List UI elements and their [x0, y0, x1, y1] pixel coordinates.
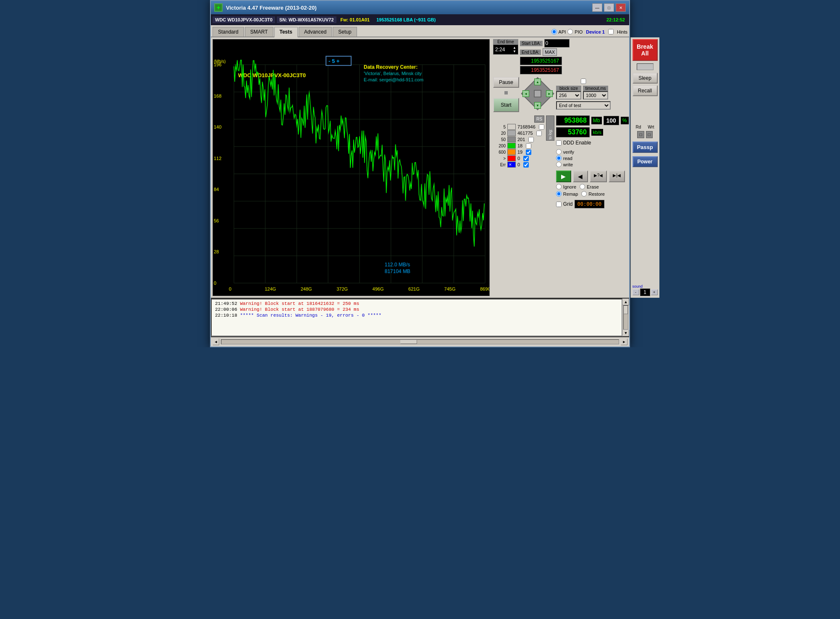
passp-button[interactable]: Passp [633, 142, 658, 153]
maximize-button[interactable]: □ [604, 3, 614, 12]
speed-check-200[interactable] [526, 143, 531, 149]
time-down-btn[interactable]: ▼ [513, 50, 516, 53]
pio-radio[interactable] [567, 29, 573, 34]
close-button[interactable]: ✕ [616, 3, 626, 12]
sound-label: sound [633, 284, 658, 289]
ignore-option: Ignore [556, 184, 576, 189]
speed-count-err: 0 [517, 162, 520, 167]
remap-restore-row: Remap Restore [556, 191, 629, 197]
tab-standard[interactable]: Standard [213, 27, 244, 37]
read-radio[interactable] [556, 155, 562, 161]
percent-unit: % [621, 117, 629, 124]
block-size-select[interactable]: 256 512 1024 [556, 91, 581, 100]
drive-model: WDC WD10JPVX-00JC3T0 [213, 16, 275, 23]
power-button[interactable]: Power [633, 156, 658, 167]
ddd-row: DDD Enable [556, 140, 629, 146]
tab-tests[interactable]: Tests [274, 27, 298, 37]
verify-radio[interactable] [556, 149, 562, 155]
max-button[interactable]: MAX [543, 48, 557, 56]
h-scrollbar[interactable] [221, 339, 619, 344]
pause-start-group: Pause Start [493, 77, 519, 112]
h-scroll-thumb[interactable] [400, 340, 417, 344]
log-time-1: 21:49:52 [215, 301, 237, 306]
erase-option: Erase [580, 184, 599, 189]
ddd-checkbox[interactable] [556, 140, 562, 146]
speed-check-err[interactable] [523, 162, 529, 168]
scroll-right[interactable]: ► [621, 338, 627, 345]
lba-value1-row: 1953525167 [520, 57, 570, 65]
start-lba-input[interactable] [544, 39, 570, 47]
play-button[interactable]: ▶ [556, 170, 571, 182]
api-radio-group: API PIO [551, 29, 583, 34]
clock-display: 22:12:52 [604, 16, 627, 23]
speed-label-err: Err [493, 163, 506, 167]
ignore-radio[interactable] [556, 184, 562, 189]
speed-check-20[interactable] [536, 131, 542, 136]
joystick-right[interactable]: ► [546, 90, 553, 97]
speed-label-gt: > [493, 156, 506, 161]
remap-option: Remap [556, 191, 578, 197]
start-button[interactable]: Start [493, 98, 519, 112]
speed-bar-600 [507, 149, 516, 155]
speed-bar-5 [507, 124, 516, 130]
rewind-button[interactable]: ◀ [573, 170, 588, 182]
write-radio[interactable] [556, 162, 562, 167]
lba-value2-row: 1953525167 [520, 66, 570, 74]
tab-smart[interactable]: SMART [245, 27, 273, 37]
restore-radio[interactable] [581, 191, 587, 197]
log-time-2: 22:00:06 [215, 307, 237, 312]
remap-radio[interactable] [556, 191, 562, 197]
speed-check-5[interactable] [539, 124, 544, 130]
step-end-button[interactable]: ▶|◀ [609, 170, 625, 182]
ddd-label: DDD Enable [563, 140, 591, 146]
kbs-row: 53760 kb/s [556, 127, 629, 137]
log-area: 21:49:52 Warning! Block start at 1816421… [211, 299, 622, 336]
minimize-button[interactable]: — [592, 3, 602, 12]
time-up-btn[interactable]: ▲ [513, 46, 516, 50]
erase-radio[interactable] [580, 184, 585, 189]
scroll-thumb[interactable] [624, 306, 628, 314]
verify-option: verify [556, 149, 574, 155]
pause-button[interactable]: Pause [493, 77, 519, 88]
sleep-button[interactable]: Sleep [633, 73, 658, 84]
pio-label: PIO [575, 29, 583, 34]
hints-checkbox[interactable] [608, 29, 614, 34]
mode-section: verify read write [556, 149, 629, 167]
rd-button[interactable]: □ [637, 131, 644, 138]
log-output: 21:49:52 Warning! Block start at 1816421… [211, 299, 622, 336]
wrt-button[interactable]: □ [646, 131, 653, 138]
block-checkbox[interactable] [556, 79, 611, 84]
rd-wrt-btns: □ □ [633, 131, 658, 138]
speed-count-gt: 0 [517, 156, 520, 161]
api-radio[interactable] [551, 29, 557, 34]
grid-checkbox[interactable] [556, 202, 562, 207]
speed-check-gt[interactable] [523, 156, 529, 161]
speed-check-600[interactable] [526, 150, 531, 155]
tab-advanced[interactable]: Advanced [299, 27, 332, 37]
recall-button[interactable]: Recall [633, 85, 658, 96]
joystick-left[interactable]: ◄ [522, 90, 529, 97]
scroll-up[interactable]: ▲ [622, 299, 629, 305]
indicator-block [637, 63, 654, 70]
tab-setup[interactable]: Setup [333, 27, 357, 37]
end-time-input[interactable]: 2:24 ▲ ▼ [493, 45, 518, 55]
rs-button[interactable]: RS [534, 115, 544, 123]
number-spinner: - 1 + [633, 289, 658, 296]
speed-check-50[interactable] [528, 137, 534, 142]
to-log-button[interactable]: to log: [546, 115, 554, 141]
scroll-left[interactable]: ◄ [213, 338, 219, 345]
joystick-down[interactable]: ▼ [534, 102, 541, 109]
spinner-minus[interactable]: - [633, 289, 639, 295]
log-scrollbar: ▲ ▼ [622, 299, 629, 336]
scroll-down[interactable]: ▼ [622, 330, 629, 336]
mb-row: 953868 Mb 100 % [556, 115, 629, 126]
spinner-plus[interactable]: + [651, 289, 658, 295]
spacer [633, 98, 658, 123]
lba-value2: 1953525167 [520, 66, 562, 74]
joystick-up[interactable]: ▲ [534, 79, 541, 85]
step-back-button[interactable]: ▶?◀ [590, 170, 607, 182]
break-all-button[interactable]: BreakAll [633, 39, 658, 61]
timeout-select[interactable]: 1000 500 2000 [583, 91, 608, 100]
end-of-test-select[interactable]: End of test Loop AAM test [556, 101, 611, 110]
speed-count-600: 19 [517, 150, 522, 155]
